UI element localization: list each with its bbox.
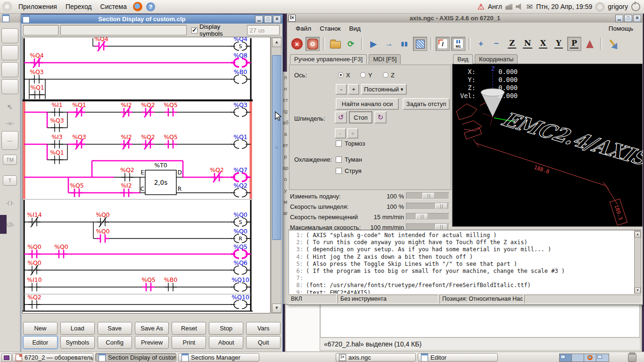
ladder-contact[interactable] <box>142 107 154 117</box>
taskbar-item[interactable]: Sections Manager <box>178 353 259 362</box>
spindle-minus-button[interactable]: - <box>335 128 346 139</box>
taskbar-item[interactable]: 6720_2 — обозреватель ... <box>12 353 93 362</box>
maximize-button[interactable]: □ <box>624 15 632 22</box>
radio-axis-z[interactable] <box>383 72 388 78</box>
ladder-contact[interactable] <box>95 41 107 51</box>
show-desktop-button[interactable] <box>1 354 12 362</box>
editor-tool-blank-2[interactable] <box>1 45 18 60</box>
gcode-line[interactable]: 1:( AXIS "splash g-code" Not intended fo… <box>291 232 641 239</box>
editor-tool-blank-3[interactable] <box>1 62 18 77</box>
scroll-down-icon[interactable]: ▼ <box>635 288 641 294</box>
gcode-listing[interactable]: 1:( AXIS "splash g-code" Not intended fo… <box>288 230 642 295</box>
ladder-coil[interactable]: S <box>231 218 250 226</box>
save-button[interactable]: Save <box>98 322 132 335</box>
workspace-switcher[interactable] <box>559 354 609 362</box>
save-as-button[interactable]: Save As <box>135 322 169 335</box>
contact-tool-icon[interactable]: ⊣⊢ <box>1 118 18 129</box>
ladder-contact[interactable] <box>120 107 132 117</box>
jog-plus-button[interactable]: + <box>348 84 359 95</box>
gcode-scrollbar[interactable]: ▲ ▼ <box>634 230 641 294</box>
t-tool-button[interactable]: T <box>3 175 17 186</box>
gcode-line[interactable]: 6:( If the program is too big or small f… <box>291 268 641 275</box>
radio-axis-x[interactable] <box>338 72 344 78</box>
section-field[interactable] <box>23 25 58 35</box>
ladder-coil[interactable] <box>231 250 250 258</box>
menu-places[interactable]: Переход <box>61 1 96 12</box>
network-icon[interactable]: ! <box>505 4 512 10</box>
menu-machine[interactable]: Станок <box>316 24 344 33</box>
tm-tool-button[interactable]: TM <box>3 155 17 165</box>
slider-track[interactable] <box>406 213 449 220</box>
slider-track[interactable] <box>406 192 449 199</box>
brake-checkbox[interactable] <box>336 140 342 147</box>
scroll-down-icon[interactable]: ▼ <box>272 304 281 313</box>
file-manager-view[interactable] <box>320 304 640 337</box>
ladder-contact[interactable] <box>120 139 132 149</box>
gcode-line[interactable]: 9:(text: EMC2*4*AXIS) <box>291 289 641 295</box>
file-manager-sidebar[interactable] <box>286 304 320 351</box>
comment-field[interactable] <box>60 25 187 35</box>
ladder-coil[interactable] <box>231 189 250 197</box>
spindle-stop-button[interactable]: Стоп <box>349 111 372 123</box>
ladder-contact[interactable] <box>73 139 85 149</box>
ladder-coil[interactable] <box>231 108 250 116</box>
workspace-4[interactable] <box>596 354 609 362</box>
clock[interactable]: Птн, 20 Апр, 19:59 <box>536 3 592 10</box>
distro-logo-icon[interactable] <box>2 1 12 12</box>
clear-plot-button-icon[interactable] <box>605 37 619 51</box>
reset-button[interactable]: Reset <box>172 322 206 335</box>
minimize-button[interactable]: ▁ <box>615 15 623 22</box>
volume-icon[interactable] <box>516 3 523 10</box>
workspace-2[interactable] <box>572 354 584 362</box>
tab-manual-control[interactable]: Ручное управление-[F3] <box>290 54 367 64</box>
ladder-coil[interactable] <box>231 140 250 148</box>
ladder-coil[interactable] <box>231 283 250 291</box>
stop-button-icon[interactable] <box>413 37 427 51</box>
shutdown-icon[interactable] <box>631 2 640 11</box>
menu-help[interactable]: Помощь <box>605 24 637 33</box>
ladder-titlebar[interactable]: Section Display of custom.clp ▁ □ ✕ <box>21 15 282 24</box>
ladder-coil[interactable]: S <box>231 42 250 50</box>
keyboard-layout-indicator[interactable]: Англ <box>488 3 502 10</box>
ladder-contact[interactable] <box>211 172 223 182</box>
load-button[interactable]: Load <box>60 322 95 335</box>
machine-power-button-icon[interactable]: O <box>305 37 320 51</box>
view-z-back-button-icon[interactable]: N <box>520 37 535 51</box>
gcode-line[interactable]: 5:( Also press the Toggle Skip Lines wit… <box>291 261 641 268</box>
jog-minus-button[interactable]: - <box>336 84 347 95</box>
taskbar-item[interactable]: Editor <box>418 353 498 362</box>
ladder-coil[interactable] <box>231 300 250 309</box>
mail-icon[interactable]: ✉ <box>527 2 533 11</box>
ladder-contact[interactable] <box>31 58 43 68</box>
tab-mdi[interactable]: MDI [F5] <box>369 54 401 64</box>
rotate-view-button-icon[interactable] <box>583 37 597 51</box>
jog-mode-select[interactable]: Постоянный ▼ <box>361 84 407 95</box>
home-axis-button[interactable]: Найти начало оси <box>336 98 399 110</box>
zoom-in-button-icon[interactable]: + <box>474 37 488 51</box>
scroll-up-icon[interactable]: ▲ <box>272 38 281 47</box>
symbols-button[interactable]: Symbols <box>60 336 95 349</box>
spindle-cw-button[interactable]: ↻ <box>374 111 387 123</box>
gcode-line[interactable]: 2:( To run this code anyway you might ha… <box>291 239 641 246</box>
help-launcher-icon[interactable]: ? <box>146 2 155 11</box>
flood-checkbox[interactable] <box>336 168 342 174</box>
step-button-icon[interactable]: → <box>382 37 396 51</box>
config-button[interactable]: Config <box>98 336 132 349</box>
close-button[interactable]: ✕ <box>273 16 281 23</box>
maximize-button[interactable]: □ <box>264 16 272 23</box>
mist-checkbox[interactable] <box>336 156 342 163</box>
run-button-icon[interactable]: ▶ <box>366 37 380 51</box>
print-button[interactable]: Print <box>172 336 206 349</box>
ladder-contact[interactable] <box>97 217 109 227</box>
close-button[interactable]: ✕ <box>633 15 641 22</box>
workspace-3[interactable] <box>584 354 596 362</box>
view-z-button-icon[interactable]: Z <box>505 37 519 51</box>
vars-button[interactable]: Vars <box>246 322 281 335</box>
workspace-1[interactable] <box>560 354 572 362</box>
gcode-line[interactable]: 4:( Hint jog the Z axis down a bit then … <box>291 254 641 261</box>
estop-button-icon[interactable]: × <box>290 37 304 51</box>
gcode-line[interactable]: 8:(font: /usr/share/fonts/truetype/freef… <box>291 282 641 289</box>
hline-tool-icon[interactable]: — <box>1 131 18 150</box>
gcode-line[interactable]: 3:( depending on your setup. As if you h… <box>291 246 641 253</box>
ladder-coil[interactable] <box>231 75 250 83</box>
